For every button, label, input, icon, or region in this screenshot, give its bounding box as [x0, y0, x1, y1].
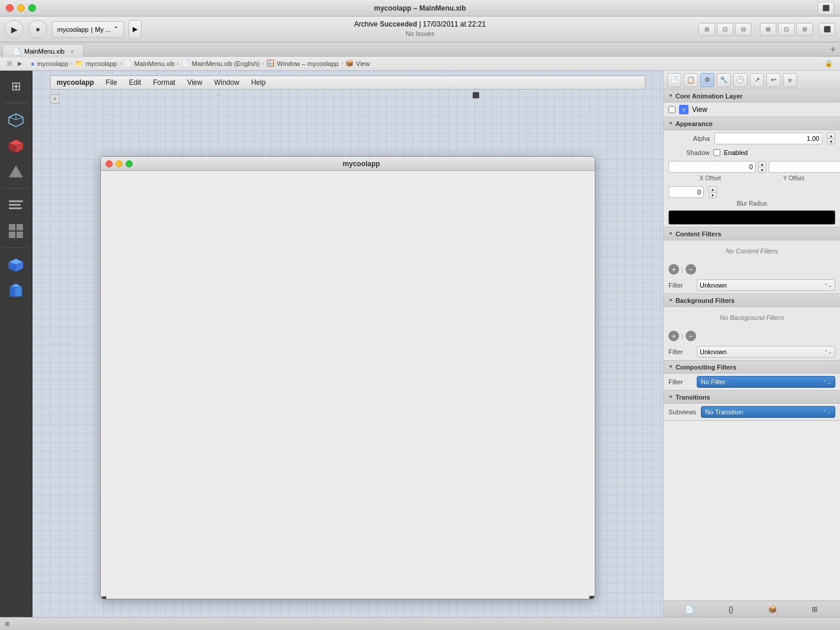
blur-radius-down[interactable]: ▼ — [709, 192, 717, 198]
x-offset-input[interactable] — [668, 161, 756, 173]
sim-max-btn[interactable] — [126, 160, 133, 167]
subviews-select[interactable]: No Transition ⌃⌄ — [701, 406, 835, 418]
sim-window-bottom-right-handle[interactable]: ⬛ — [589, 593, 595, 599]
sim-menu-format[interactable]: Format — [153, 78, 175, 87]
nav-back-button[interactable]: ⊟ — [5, 59, 14, 68]
archive-succeeded: Succeeded — [380, 20, 417, 28]
blur-radius-input[interactable] — [668, 186, 704, 198]
breadcrumb-item-mainmenu-english[interactable]: 📄 MainMenu.xib (English) — [182, 60, 260, 67]
breadcrumb-sep-5: › — [341, 60, 342, 67]
canvas-right-handle[interactable]: ··· — [626, 343, 645, 345]
maximize-button[interactable] — [28, 4, 36, 12]
canvas-left-handle[interactable]: ··· — [50, 343, 70, 345]
sim-menu-window[interactable]: Window — [214, 78, 239, 87]
alpha-input[interactable] — [714, 133, 822, 144]
background-filter-remove-btn[interactable]: − — [686, 331, 696, 341]
sim-menu-view[interactable]: View — [187, 78, 202, 87]
shadow-enabled-checkbox[interactable] — [713, 149, 720, 156]
section-header-compositing-filters[interactable]: ▼ Compositing Filters — [664, 361, 840, 374]
rp-list-btn[interactable]: ≡ — [783, 73, 797, 87]
rp-clock-btn[interactable]: 🕐 — [733, 73, 747, 87]
rp-settings-btn[interactable]: ⚙ — [700, 73, 714, 87]
x-offset-up[interactable]: ▲ — [758, 161, 766, 167]
rp-clipboard-btn[interactable]: 📋 — [684, 73, 698, 87]
window-zoom-btn[interactable]: ⬛ — [818, 2, 834, 15]
rp-bottom-box-btn[interactable]: 📦 — [766, 603, 780, 616]
resize-corner-top-right[interactable]: ⬛ — [472, 92, 479, 98]
sim-menu-help[interactable]: Help — [251, 78, 266, 87]
rp-file-btn[interactable]: 📄 — [667, 73, 681, 87]
lock-icon[interactable]: 🔒 — [825, 60, 833, 67]
background-filter-add-btn[interactable]: + — [668, 331, 679, 341]
sidebar-grid-icon[interactable]: ⊞ — [5, 75, 27, 97]
sim-menu-edit[interactable]: Edit — [129, 78, 141, 87]
fullscreen-btn[interactable]: ⬛ — [819, 23, 835, 36]
sim-window: ··· ⬛ mycoolapp ··· ⬛ ⬛ — [100, 156, 595, 599]
content-filter-add-btn[interactable]: + — [668, 264, 679, 275]
sim-window-bottom-handle[interactable]: ··· — [346, 596, 350, 599]
run-destination-btn[interactable]: ▶ — [129, 20, 141, 39]
section-header-core-animation[interactable]: ▼ Core Animation Layer — [664, 90, 840, 103]
rp-arrow-btn[interactable]: ↗ — [750, 73, 764, 87]
collapse-icon-compositing: ▼ — [668, 364, 673, 370]
alpha-stepper-up[interactable]: ▲ — [827, 133, 835, 138]
section-header-content-filters[interactable]: ▼ Content Filters — [664, 227, 840, 240]
x-offset-down[interactable]: ▼ — [758, 167, 766, 173]
rp-wrench-btn[interactable]: 🔧 — [717, 73, 731, 87]
sidebar-triangle-icon[interactable] — [5, 161, 27, 182]
run-button[interactable]: ▶ — [5, 20, 24, 39]
content-filter-remove-btn[interactable]: − — [686, 264, 696, 275]
rp-undo-btn[interactable]: ↩ — [766, 73, 780, 87]
section-header-transitions[interactable]: ▼ Transitions — [664, 391, 840, 404]
background-filter-select[interactable]: Unknown ⌃⌄ — [697, 346, 835, 358]
minimize-button[interactable] — [17, 4, 25, 12]
alpha-stepper-down[interactable]: ▼ — [827, 138, 835, 144]
content-filter-select[interactable]: Unknown ⌃⌄ — [697, 279, 835, 291]
compositing-filter-select[interactable]: No Filter ⌃⌄ — [697, 376, 835, 388]
breadcrumb-item-mainmenu[interactable]: 📄 MainMenu.xib — [124, 60, 174, 67]
sim-close-btn[interactable] — [106, 160, 113, 167]
sidebar-3d-box-icon[interactable] — [5, 109, 27, 130]
bottom-left-btn[interactable]: ⊞ — [5, 621, 9, 627]
navigator-btn[interactable]: ⊠ — [760, 23, 776, 36]
debug-btn[interactable]: ⊡ — [778, 23, 795, 36]
breadcrumb-item-window[interactable]: 🪟 Window – mycoolapp — [266, 60, 339, 67]
sidebar-blue-3d-icon[interactable] — [5, 254, 27, 275]
sidebar-blue-cube-2-icon[interactable] — [5, 280, 27, 301]
color-swatch[interactable] — [668, 210, 835, 225]
y-offset-input[interactable] — [769, 161, 840, 173]
tab-mainmenu-xib[interactable]: 📄 MainMenu.xib × — [2, 44, 84, 58]
sim-menu-file[interactable]: File — [106, 78, 117, 87]
sim-canvas-close-btn[interactable]: × — [50, 94, 60, 104]
add-tab-button[interactable]: + — [826, 42, 840, 56]
editor-standard-btn[interactable]: ⊞ — [699, 23, 715, 36]
tab-close-icon[interactable]: × — [70, 48, 74, 55]
rp-bottom-grid-btn[interactable]: ⊞ — [808, 603, 822, 616]
breadcrumb-item-view[interactable]: 📦 View — [345, 60, 370, 67]
editor-version-btn[interactable]: ⊟ — [735, 23, 752, 36]
sim-window-bottom-left-handle[interactable]: ⬛ — [101, 596, 107, 599]
view-checkbox[interactable] — [668, 106, 676, 113]
section-background-filters: ▼ Background Filters No Background Filte… — [664, 294, 840, 361]
rp-bottom-file-btn[interactable]: 📄 — [682, 603, 696, 616]
utilities-btn[interactable]: ⊞ — [796, 23, 813, 36]
stop-button[interactable]: ■ — [28, 20, 47, 39]
rp-bottom-code-btn[interactable]: {} — [724, 603, 738, 616]
nav-forward-button[interactable]: ▶ — [15, 59, 25, 68]
section-header-appearance[interactable]: ▼ Appearance — [664, 117, 840, 130]
section-core-animation: ▼ Core Animation Layer V View — [664, 90, 840, 117]
sidebar-red-cube-icon[interactable] — [5, 135, 27, 156]
sidebar-list-icon[interactable] — [5, 194, 27, 216]
blur-radius-stepper: ▲ ▼ — [709, 186, 717, 198]
breadcrumb-item-mycoolapp-1[interactable]: ● mycoolapp — [31, 60, 68, 67]
breadcrumb-label: mycoolapp — [37, 60, 68, 67]
sim-min-btn[interactable] — [116, 160, 123, 167]
sidebar-layout-icon[interactable] — [5, 220, 27, 242]
section-header-background-filters[interactable]: ▼ Background Filters — [664, 294, 840, 307]
scheme-selector[interactable]: mycoolapp | My ... ⌃ — [52, 21, 124, 38]
editor-assistant-btn[interactable]: ⊡ — [717, 23, 733, 36]
blur-radius-up[interactable]: ▲ — [709, 186, 717, 192]
breadcrumb-item-mycoolapp-2[interactable]: 📁 mycoolapp — [75, 60, 117, 67]
close-button[interactable] — [6, 4, 14, 12]
content-filter-row: Filter Unknown ⌃⌄ — [664, 277, 840, 293]
